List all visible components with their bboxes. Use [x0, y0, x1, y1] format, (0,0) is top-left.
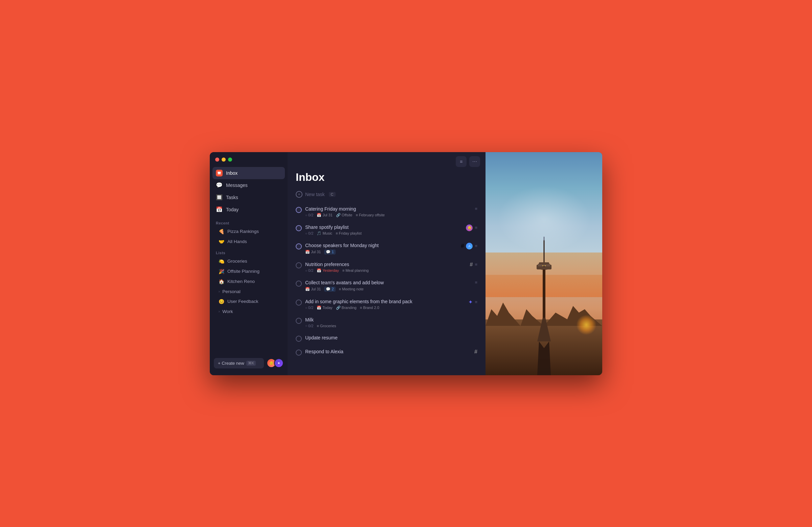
user-avatar-group: 😊 ★	[266, 358, 284, 368]
subtask-count: ○ 0/2	[305, 231, 313, 235]
maximize-traffic-light[interactable]	[228, 157, 232, 162]
sidebar-item-messages[interactable]: 💬 Messages	[213, 179, 285, 191]
personal-label: Personal	[222, 289, 240, 294]
filter-icon: ≡	[460, 159, 463, 164]
new-task-row[interactable]: + New task C	[288, 189, 485, 202]
sidebar-item-kitchen-reno[interactable]: 🏠 Kitchen Reno	[213, 277, 285, 286]
close-traffic-light[interactable]	[215, 157, 219, 162]
user-avatar-2[interactable]: ★	[274, 358, 284, 368]
sidebar-item-offsite-planning[interactable]: 🎉 Offsite Planning	[213, 267, 285, 276]
task-checkbox[interactable]	[296, 262, 302, 268]
list-tag: ≡ Friday playlist	[336, 231, 362, 235]
sidebar-item-groceries[interactable]: 🍋 Groceries	[213, 257, 285, 266]
tasks-list: Catering Friday morning ○ 0/2 📅 Jul 31 🔗…	[288, 202, 485, 375]
subtask-count: ○ 0/2	[305, 324, 313, 328]
task-title: Respond to Alexia	[305, 349, 471, 354]
sidebar-item-personal[interactable]: › Personal	[213, 287, 285, 296]
task-checkbox[interactable]	[296, 281, 302, 287]
task-checkbox[interactable]	[296, 300, 302, 305]
task-body: Catering Friday morning ○ 0/2 📅 Jul 31 🔗…	[305, 206, 471, 217]
task-title: Update resume	[305, 335, 474, 341]
sidebar-item-today[interactable]: 📅 Today	[213, 204, 285, 216]
today-icon: 📅	[216, 206, 223, 213]
menu-icon[interactable]: ≡	[475, 243, 477, 249]
task-actions: ≡	[475, 206, 477, 211]
assignee-avatar: A	[466, 243, 473, 250]
task-body: Choose speakers for Monday night 📅 Jul 3…	[305, 243, 458, 255]
task-title: Milk	[305, 317, 474, 322]
svg-rect-8	[539, 262, 549, 264]
task-row[interactable]: Nutrition preferences ○ 0/2 📅 Yesterday …	[290, 258, 483, 276]
menu-icon[interactable]: ≡	[475, 225, 477, 230]
recent-section-label: Recent	[210, 217, 288, 226]
task-row[interactable]: Share spotify playlist ○ 0/2 🎵 Music ≡ F…	[290, 221, 483, 239]
task-checkbox[interactable]	[296, 318, 302, 324]
task-actions: #	[474, 349, 477, 355]
task-checkbox[interactable]	[296, 336, 302, 342]
task-row[interactable]: Catering Friday morning ○ 0/2 📅 Jul 31 🔗…	[290, 203, 483, 221]
menu-icon[interactable]: ≡	[475, 206, 477, 211]
task-title: Catering Friday morning	[305, 206, 471, 212]
sidebar-navigation: Inbox 💬 Messages 🔲 Tasks 📅 Today	[210, 166, 288, 217]
task-checkbox[interactable]	[296, 349, 302, 356]
sidebar-item-today-label: Today	[226, 207, 238, 212]
svg-rect-10	[545, 265, 546, 266]
svg-marker-0	[537, 342, 551, 375]
slack-icon: #	[461, 243, 464, 249]
main-header: ≡ ⋯	[288, 152, 485, 171]
list-tag: ≡ Groceries	[317, 324, 336, 328]
task-body: Update resume	[305, 335, 474, 342]
menu-icon[interactable]: ≡	[475, 280, 477, 285]
task-meta: ○ 0/2 📅 Today 🔗 Branding ≡ Brand 2.0	[305, 305, 465, 310]
menu-icon[interactable]: ≡	[475, 262, 477, 267]
task-meta: ○ 0/2 📅 Jul 31 🔗 Offsite ≡ February offs…	[305, 213, 471, 217]
sidebar-item-tasks-label: Tasks	[226, 195, 238, 200]
task-actions: 😊 ≡	[466, 224, 477, 231]
task-row[interactable]: Choose speakers for Monday night 📅 Jul 3…	[290, 239, 483, 258]
task-checkbox[interactable]	[296, 207, 302, 213]
sidebar-item-inbox[interactable]: Inbox	[213, 167, 285, 179]
feedback-emoji: 😊	[219, 299, 224, 304]
task-body: Nutrition preferences ○ 0/2 📅 Yesterday …	[305, 262, 467, 273]
task-body: Collect team's avatars and add below 📅 J…	[305, 280, 471, 292]
task-row[interactable]: Respond to Alexia #	[290, 345, 483, 359]
section-tag: 🎵 Music	[317, 231, 332, 236]
sidebar-item-work[interactable]: › Work	[213, 307, 285, 316]
list-tag: ≡ Meal planning	[343, 268, 369, 272]
menu-icon[interactable]: ≡	[475, 300, 477, 304]
messages-icon: 💬	[216, 182, 223, 189]
svg-rect-6	[544, 237, 545, 241]
sidebar-item-inbox-label: Inbox	[226, 170, 237, 176]
create-new-label: + Create new	[218, 361, 244, 366]
sidebar-item-user-feedback[interactable]: 😊 User Feedback	[213, 297, 285, 306]
task-row[interactable]: Milk ○ 0/2 ≡ Groceries	[290, 314, 483, 331]
create-new-button[interactable]: + Create new ⌘K	[214, 358, 264, 368]
task-row[interactable]: Collect team's avatars and add below 📅 J…	[290, 276, 483, 295]
task-actions: # A ≡	[461, 243, 478, 250]
all-hands-label: All Hands	[227, 239, 247, 244]
task-row[interactable]: Update resume	[290, 332, 483, 345]
task-title: Nutrition preferences	[305, 262, 467, 267]
filter-button[interactable]: ≡	[456, 156, 467, 167]
task-body: Share spotify playlist ○ 0/2 🎵 Music ≡ F…	[305, 224, 463, 236]
sidebar-item-pizza-rankings[interactable]: 🍕 Pizza Rankings	[213, 227, 285, 236]
sidebar-item-all-hands[interactable]: 🤝 All Hands	[213, 237, 285, 246]
sidebar: Inbox 💬 Messages 🔲 Tasks 📅 Today Recent …	[210, 152, 288, 375]
sidebar-item-tasks[interactable]: 🔲 Tasks	[213, 191, 285, 204]
task-meta: 📅 Jul 31 💬 2 ≡ Meeting note	[305, 287, 471, 292]
slack-icon: #	[470, 262, 473, 268]
personal-chevron-icon: ›	[219, 290, 220, 293]
task-checkbox[interactable]	[296, 243, 302, 250]
user-feedback-label: User Feedback	[227, 299, 259, 304]
task-actions: ≡	[475, 280, 477, 285]
task-row[interactable]: Add in some graphic elements from the br…	[290, 296, 483, 313]
work-label: Work	[222, 309, 233, 314]
tv-tower-svg	[531, 233, 557, 375]
more-options-button[interactable]: ⋯	[469, 156, 480, 167]
task-checkbox[interactable]	[296, 225, 302, 231]
groceries-emoji: 🍋	[219, 259, 224, 264]
pizza-emoji: 🍕	[219, 229, 224, 234]
svg-rect-9	[542, 265, 543, 266]
task-meta: ○ 0/2 ≡ Groceries	[305, 324, 474, 328]
minimize-traffic-light[interactable]	[222, 157, 226, 162]
